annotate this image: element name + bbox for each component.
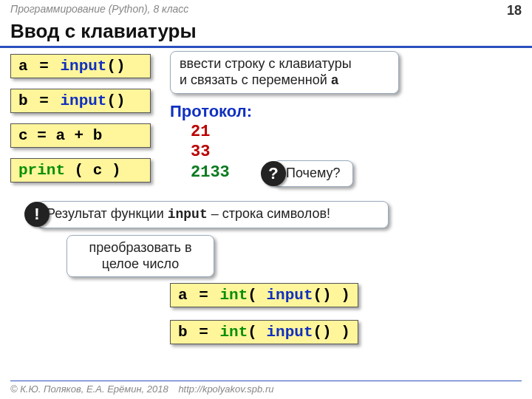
- callout-result-text: Результат функции input – строка символо…: [47, 206, 330, 221]
- footer-copy: © К.Ю. Поляков, Е.А. Ерёмин, 2018: [10, 383, 168, 395]
- protocol-block: Протокол: 21 33 2133: [170, 101, 252, 183]
- callout-why-text: Почему?: [286, 166, 341, 180]
- callout-intro: ввести строку с клавиатуры и связать с п…: [170, 51, 399, 94]
- code-a-int: a = int( input() ): [170, 283, 358, 307]
- callout-convert: преобразовать в целое число: [66, 235, 214, 277]
- protocol-v1: 21: [170, 122, 252, 143]
- page-title: Ввод с клавиатуры: [0, 18, 532, 48]
- code-a-input: a = input(): [10, 54, 151, 78]
- callout-intro-line1: ввести строку с клавиатуры: [180, 56, 389, 72]
- code-b-int: b = int( input() ): [170, 320, 358, 344]
- protocol-label: Протокол:: [170, 101, 252, 122]
- callout-convert-l2: целое число: [76, 256, 205, 273]
- code-c-sum: c = a + b: [10, 123, 151, 148]
- protocol-v2: 33: [170, 142, 252, 163]
- callout-why: ? Почему?: [273, 160, 353, 187]
- code-b-input: b = input(): [10, 89, 151, 113]
- callout-result: ! Результат функции input – строка симво…: [37, 201, 389, 228]
- breadcrumb: Программирование (Python), 8 класс: [10, 3, 188, 18]
- question-icon: ?: [261, 161, 286, 186]
- callout-convert-l1: преобразовать в: [76, 240, 205, 256]
- callout-intro-line2: и связать с переменной a: [180, 72, 389, 89]
- footer-url: http://kpolyakov.spb.ru: [178, 383, 273, 395]
- page-number: 18: [507, 3, 522, 18]
- footer: © К.Ю. Поляков, Е.А. Ерёмин, 2018 http:/…: [10, 381, 522, 395]
- code-print: print ( c ): [10, 158, 151, 183]
- exclamation-icon: !: [24, 202, 50, 227]
- protocol-v3: 2133: [170, 163, 252, 183]
- slide-content: a = input() b = input() c = a + b print …: [0, 48, 532, 55]
